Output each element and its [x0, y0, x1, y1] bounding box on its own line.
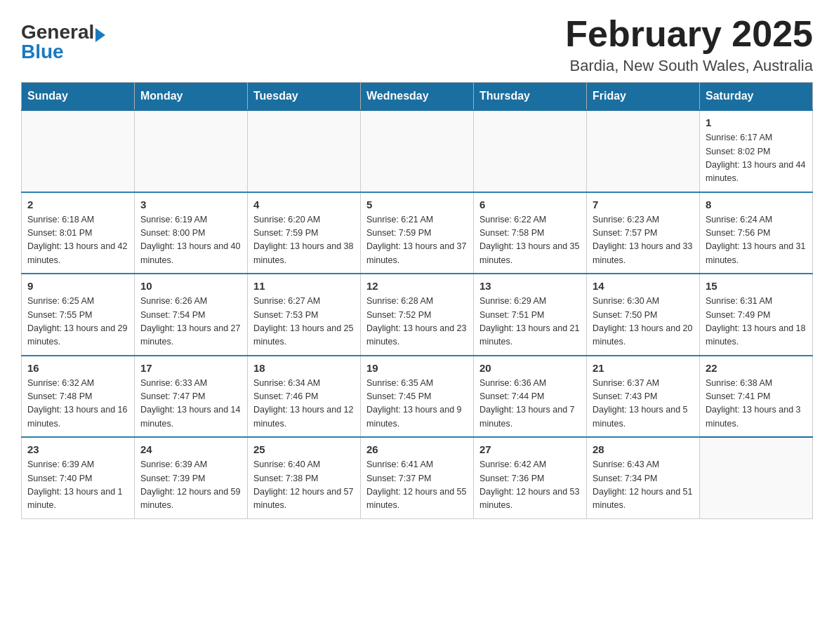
location-title: Bardia, New South Wales, Australia	[565, 57, 813, 75]
calendar-cell: 10Sunrise: 6:26 AMSunset: 7:54 PMDayligh…	[135, 274, 248, 356]
calendar-cell: 26Sunrise: 6:41 AMSunset: 7:37 PMDayligh…	[361, 437, 474, 518]
day-info: Sunrise: 6:39 AMSunset: 7:40 PMDaylight:…	[27, 458, 128, 513]
day-info: Sunrise: 6:23 AMSunset: 7:57 PMDaylight:…	[593, 213, 694, 268]
day-number: 16	[27, 362, 128, 374]
calendar-cell: 18Sunrise: 6:34 AMSunset: 7:46 PMDayligh…	[248, 356, 361, 438]
day-number: 26	[366, 443, 468, 455]
col-tuesday: Tuesday	[248, 83, 361, 111]
day-info: Sunrise: 6:40 AMSunset: 7:38 PMDaylight:…	[253, 458, 355, 513]
calendar-cell: 16Sunrise: 6:32 AMSunset: 7:48 PMDayligh…	[22, 356, 135, 438]
day-number: 1	[706, 116, 807, 128]
day-number: 15	[706, 280, 807, 292]
calendar-cell: 3Sunrise: 6:19 AMSunset: 8:00 PMDaylight…	[135, 192, 248, 274]
calendar-cell	[135, 110, 248, 192]
calendar-cell: 1Sunrise: 6:17 AMSunset: 8:02 PMDaylight…	[700, 110, 813, 192]
day-number: 28	[593, 443, 694, 455]
calendar-cell: 11Sunrise: 6:27 AMSunset: 7:53 PMDayligh…	[248, 274, 361, 356]
col-thursday: Thursday	[474, 83, 587, 111]
calendar-week-row: 9Sunrise: 6:25 AMSunset: 7:55 PMDaylight…	[22, 274, 813, 356]
col-sunday: Sunday	[22, 83, 135, 111]
day-info: Sunrise: 6:34 AMSunset: 7:46 PMDaylight:…	[253, 377, 355, 431]
day-info: Sunrise: 6:28 AMSunset: 7:52 PMDaylight:…	[366, 295, 468, 349]
col-monday: Monday	[135, 83, 248, 111]
calendar-cell	[22, 110, 135, 192]
title-block: February 2025 Bardia, New South Wales, A…	[565, 14, 813, 75]
logo: General Blue	[21, 14, 105, 63]
day-info: Sunrise: 6:24 AMSunset: 7:56 PMDaylight:…	[706, 213, 807, 268]
day-info: Sunrise: 6:43 AMSunset: 7:34 PMDaylight:…	[593, 458, 694, 513]
calendar-cell: 24Sunrise: 6:39 AMSunset: 7:39 PMDayligh…	[135, 437, 248, 518]
day-number: 10	[140, 280, 241, 292]
day-info: Sunrise: 6:21 AMSunset: 7:59 PMDaylight:…	[366, 213, 468, 268]
calendar-cell: 6Sunrise: 6:22 AMSunset: 7:58 PMDaylight…	[474, 192, 587, 274]
logo-blue: Blue	[21, 41, 64, 63]
day-info: Sunrise: 6:25 AMSunset: 7:55 PMDaylight:…	[27, 295, 128, 349]
day-info: Sunrise: 6:32 AMSunset: 7:48 PMDaylight:…	[27, 377, 128, 431]
day-number: 8	[706, 199, 807, 210]
calendar-cell: 4Sunrise: 6:20 AMSunset: 7:59 PMDaylight…	[248, 192, 361, 274]
day-info: Sunrise: 6:39 AMSunset: 7:39 PMDaylight:…	[140, 458, 241, 513]
day-info: Sunrise: 6:41 AMSunset: 7:37 PMDaylight:…	[366, 458, 468, 513]
day-info: Sunrise: 6:30 AMSunset: 7:50 PMDaylight:…	[593, 295, 694, 349]
day-number: 3	[140, 199, 241, 210]
calendar-week-row: 1Sunrise: 6:17 AMSunset: 8:02 PMDaylight…	[22, 110, 813, 192]
calendar-week-row: 16Sunrise: 6:32 AMSunset: 7:48 PMDayligh…	[22, 356, 813, 438]
day-number: 4	[253, 199, 355, 210]
calendar-cell: 25Sunrise: 6:40 AMSunset: 7:38 PMDayligh…	[248, 437, 361, 518]
calendar-table: Sunday Monday Tuesday Wednesday Thursday…	[21, 82, 813, 519]
day-number: 20	[479, 362, 581, 374]
calendar-cell: 15Sunrise: 6:31 AMSunset: 7:49 PMDayligh…	[700, 274, 813, 356]
day-number: 21	[593, 362, 694, 374]
calendar-cell	[587, 110, 700, 192]
day-number: 5	[366, 199, 468, 210]
calendar-cell: 22Sunrise: 6:38 AMSunset: 7:41 PMDayligh…	[700, 356, 813, 438]
calendar-cell: 28Sunrise: 6:43 AMSunset: 7:34 PMDayligh…	[587, 437, 700, 518]
day-number: 19	[366, 362, 468, 374]
day-number: 24	[140, 443, 241, 455]
calendar-cell	[361, 110, 474, 192]
day-info: Sunrise: 6:42 AMSunset: 7:36 PMDaylight:…	[479, 458, 581, 513]
day-number: 14	[593, 280, 694, 292]
day-info: Sunrise: 6:18 AMSunset: 8:01 PMDaylight:…	[27, 213, 128, 268]
calendar-cell: 5Sunrise: 6:21 AMSunset: 7:59 PMDaylight…	[361, 192, 474, 274]
calendar-cell: 23Sunrise: 6:39 AMSunset: 7:40 PMDayligh…	[22, 437, 135, 518]
day-info: Sunrise: 6:17 AMSunset: 8:02 PMDaylight:…	[706, 131, 807, 186]
day-number: 17	[140, 362, 241, 374]
day-number: 13	[479, 280, 581, 292]
calendar-cell: 12Sunrise: 6:28 AMSunset: 7:52 PMDayligh…	[361, 274, 474, 356]
day-number: 27	[479, 443, 581, 455]
calendar-cell: 20Sunrise: 6:36 AMSunset: 7:44 PMDayligh…	[474, 356, 587, 438]
day-number: 12	[366, 280, 468, 292]
day-info: Sunrise: 6:36 AMSunset: 7:44 PMDaylight:…	[479, 377, 581, 431]
calendar-cell: 27Sunrise: 6:42 AMSunset: 7:36 PMDayligh…	[474, 437, 587, 518]
day-number: 7	[593, 199, 694, 210]
day-number: 23	[27, 443, 128, 455]
calendar-week-row: 23Sunrise: 6:39 AMSunset: 7:40 PMDayligh…	[22, 437, 813, 518]
col-saturday: Saturday	[700, 83, 813, 111]
calendar-cell	[248, 110, 361, 192]
day-number: 11	[253, 280, 355, 292]
day-info: Sunrise: 6:31 AMSunset: 7:49 PMDaylight:…	[706, 295, 807, 349]
day-info: Sunrise: 6:27 AMSunset: 7:53 PMDaylight:…	[253, 295, 355, 349]
page-header: General Blue February 2025 Bardia, New S…	[21, 14, 813, 75]
day-number: 6	[479, 199, 581, 210]
calendar-cell: 8Sunrise: 6:24 AMSunset: 7:56 PMDaylight…	[700, 192, 813, 274]
calendar-cell: 2Sunrise: 6:18 AMSunset: 8:01 PMDaylight…	[22, 192, 135, 274]
day-number: 18	[253, 362, 355, 374]
calendar-cell	[700, 437, 813, 518]
calendar-cell: 7Sunrise: 6:23 AMSunset: 7:57 PMDaylight…	[587, 192, 700, 274]
day-info: Sunrise: 6:20 AMSunset: 7:59 PMDaylight:…	[253, 213, 355, 268]
day-info: Sunrise: 6:35 AMSunset: 7:45 PMDaylight:…	[366, 377, 468, 431]
calendar-cell: 19Sunrise: 6:35 AMSunset: 7:45 PMDayligh…	[361, 356, 474, 438]
col-friday: Friday	[587, 83, 700, 111]
day-info: Sunrise: 6:19 AMSunset: 8:00 PMDaylight:…	[140, 213, 241, 268]
calendar-cell: 9Sunrise: 6:25 AMSunset: 7:55 PMDaylight…	[22, 274, 135, 356]
day-info: Sunrise: 6:22 AMSunset: 7:58 PMDaylight:…	[479, 213, 581, 268]
calendar-cell: 21Sunrise: 6:37 AMSunset: 7:43 PMDayligh…	[587, 356, 700, 438]
calendar-cell: 13Sunrise: 6:29 AMSunset: 7:51 PMDayligh…	[474, 274, 587, 356]
calendar-cell	[474, 110, 587, 192]
calendar-week-row: 2Sunrise: 6:18 AMSunset: 8:01 PMDaylight…	[22, 192, 813, 274]
col-wednesday: Wednesday	[361, 83, 474, 111]
day-number: 2	[27, 199, 128, 210]
month-title: February 2025	[565, 14, 813, 54]
